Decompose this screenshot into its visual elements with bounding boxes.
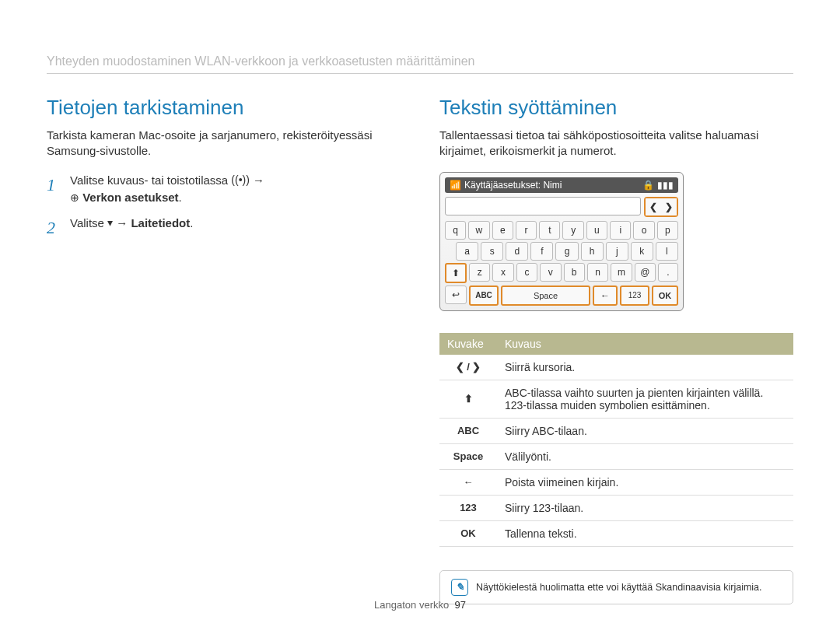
step2-bold: Laitetiedot (131, 216, 190, 229)
key-k[interactable]: k (631, 242, 653, 261)
step-2: 2 Valitse ▾ → Laitetiedot. (47, 215, 401, 240)
globe-icon: ⊕ (70, 190, 79, 206)
note-text: Näyttökielestä huolimatta ette voi käytt… (476, 582, 762, 593)
key-b[interactable]: b (564, 263, 585, 282)
key-l[interactable]: l (656, 242, 678, 261)
step-number: 1 (47, 172, 62, 207)
key-o[interactable]: o (633, 221, 654, 240)
desc: Siirry ABC-tilaan. (497, 418, 793, 443)
heading-right: Tekstin syöttäminen (439, 96, 793, 120)
table-row: OK Tallenna teksti. (439, 520, 793, 546)
numeric-icon: 123 (439, 495, 497, 520)
table-row: ABC Siirry ABC-tilaan. (439, 418, 793, 443)
key-f[interactable]: f (530, 242, 553, 261)
abc-mode-key[interactable]: ABC (469, 285, 499, 306)
desc: Poista viimeinen kirjain. (497, 469, 793, 495)
heading-left: Tietojen tarkistaminen (47, 96, 401, 120)
ok-key[interactable]: OK (652, 285, 678, 306)
wifi-icon: ((•)) (231, 172, 250, 188)
key-r[interactable]: r (516, 221, 537, 240)
th-desc: Kuvaus (497, 333, 793, 355)
step-1: 1 Valitse kuvaus- tai toistotilassa ((•)… (47, 172, 401, 207)
step2-text-a: Valitse (70, 216, 107, 229)
desc: Tallenna teksti. (497, 520, 793, 546)
space-icon: Space (439, 443, 497, 469)
text-input[interactable] (445, 197, 641, 215)
abc-icon: ABC (439, 418, 497, 443)
intro-right: Tallentaessasi tietoa tai sähköpostiosoi… (439, 128, 793, 159)
key-row-2: a s d f g h j k l (445, 242, 678, 261)
onscreen-keyboard: 📶 Käyttäjäasetukset: Nimi 🔒 ▮▮▮ ❮ ❯ q w … (439, 172, 684, 311)
breadcrumb: Yhteyden muodostaminen WLAN-verkkoon ja … (47, 54, 793, 68)
keyboard-title: Käyttäjäasetukset: Nimi (464, 180, 562, 191)
page-number: 97 (454, 599, 465, 611)
desc: Siirry 123-tilaan. (497, 495, 793, 520)
key-w[interactable]: w (468, 221, 489, 240)
table-row: ← Poista viimeinen kirjain. (439, 469, 793, 495)
right-column: Tekstin syöttäminen Tallentaessasi tieto… (439, 96, 793, 604)
key-h[interactable]: h (581, 242, 604, 261)
table-row: ⬆ ABC-tilassa vaihto suurten ja pienten … (439, 380, 793, 418)
divider (47, 73, 793, 74)
step-number: 2 (47, 215, 62, 240)
shift-key[interactable]: ⬆ (445, 263, 467, 283)
key-e[interactable]: e (492, 221, 513, 240)
down-icon: ▾ (107, 215, 113, 231)
icon-legend-table: Kuvake Kuvaus ❮ / ❯ Siirrä kursoria. ⬆ A… (439, 333, 793, 547)
key-u[interactable]: u (586, 221, 607, 240)
backspace-icon: ← (439, 469, 497, 495)
key-j[interactable]: j (606, 242, 628, 261)
key-i[interactable]: i (610, 221, 631, 240)
cursor-move-icon: ❮ / ❯ (439, 355, 497, 380)
key-at[interactable]: @ (635, 263, 656, 282)
battery-icon: ▮▮▮ (657, 180, 674, 191)
key-s[interactable]: s (481, 242, 503, 261)
cursor-right-icon[interactable]: ❯ (661, 198, 677, 215)
note-icon: ✎ (451, 579, 468, 596)
step1-bold: Verkon asetukset (82, 191, 178, 204)
numeric-mode-key[interactable]: 123 (620, 285, 649, 306)
shift-icon: ⬆ (439, 380, 497, 418)
wifi-status-icon: 📶 (450, 180, 461, 191)
backspace-key[interactable]: ← (593, 285, 618, 306)
intro-left: Tarkista kameran Mac-osoite ja sarjanume… (47, 128, 401, 159)
back-key[interactable]: ↩ (445, 285, 467, 304)
key-row-3: ⬆ z x c v b n m @ . (445, 263, 678, 283)
key-period[interactable]: . (658, 263, 678, 282)
arrow-icon: → (253, 173, 264, 187)
table-row: Space Välilyönti. (439, 443, 793, 469)
key-n[interactable]: n (587, 263, 608, 282)
table-row: 123 Siirry 123-tilaan. (439, 495, 793, 520)
th-icon: Kuvake (439, 333, 497, 355)
desc: ABC-tilassa vaihto suurten ja pienten ki… (497, 380, 793, 418)
key-p[interactable]: p (657, 221, 678, 240)
key-row-1: q w e r t y u i o p (445, 221, 678, 240)
left-column: Tietojen tarkistaminen Tarkista kameran … (47, 96, 401, 604)
key-c[interactable]: c (516, 263, 537, 282)
key-a[interactable]: a (456, 242, 478, 261)
table-row: ❮ / ❯ Siirrä kursoria. (439, 355, 793, 380)
key-q[interactable]: q (445, 221, 466, 240)
key-y[interactable]: y (562, 221, 583, 240)
cursor-left-icon[interactable]: ❮ (646, 198, 661, 215)
step2-arrow: → (116, 216, 131, 229)
space-key[interactable]: Space (501, 285, 590, 306)
cursor-arrows[interactable]: ❮ ❯ (644, 197, 678, 217)
key-t[interactable]: t (539, 221, 560, 240)
step1-after: . (179, 191, 182, 204)
page-footer: Langaton verkko 97 (0, 599, 840, 611)
key-d[interactable]: d (506, 242, 528, 261)
lock-icon: 🔒 (642, 180, 654, 191)
key-g[interactable]: g (555, 242, 578, 261)
step2-after: . (190, 216, 193, 229)
key-z[interactable]: z (469, 263, 490, 282)
key-m[interactable]: m (611, 263, 632, 282)
desc: Siirrä kursoria. (497, 355, 793, 380)
key-x[interactable]: x (492, 263, 513, 282)
key-v[interactable]: v (540, 263, 561, 282)
desc: Välilyönti. (497, 443, 793, 469)
step1-text-a: Valitse kuvaus- tai toistotilassa (70, 173, 231, 187)
footer-section: Langaton verkko (374, 599, 449, 611)
ok-icon: OK (439, 520, 497, 546)
